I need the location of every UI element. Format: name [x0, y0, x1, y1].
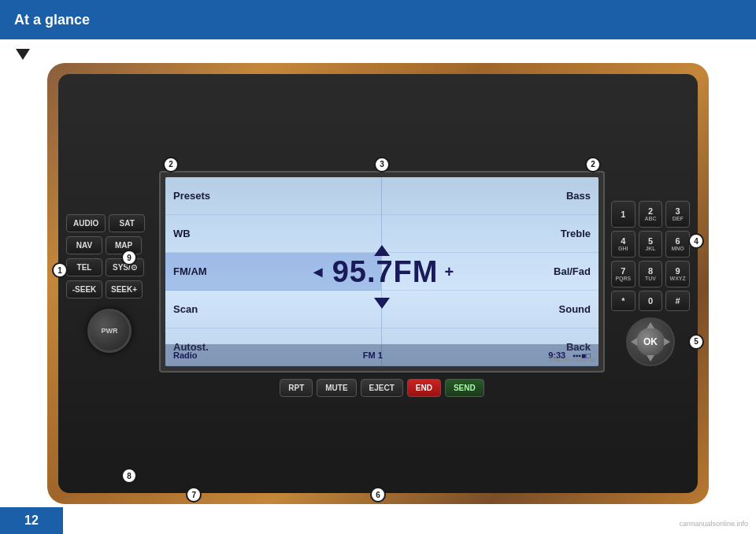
- eject-button[interactable]: EJECT: [361, 379, 403, 397]
- ref-label-1: 1: [52, 262, 68, 278]
- num-star[interactable]: *: [611, 291, 636, 311]
- ref-label-4: 4: [688, 233, 704, 249]
- ref-label-2b: 2: [585, 157, 601, 172]
- num-9[interactable]: 9WXYZ: [665, 261, 690, 287]
- btn-row-1: AUDIO SAT: [66, 214, 153, 232]
- freq-plus[interactable]: +: [444, 262, 454, 280]
- screen-wrapper: Presets WB FM/AM Scan Autost. Bass Trebl…: [159, 171, 605, 373]
- menu-scan[interactable]: Scan: [165, 291, 381, 328]
- tel-button[interactable]: TEL: [66, 258, 102, 276]
- ref-label-2a: 2: [163, 157, 179, 172]
- seek-forward-button[interactable]: SEEK+: [106, 280, 143, 299]
- freq-down-arrow[interactable]: [374, 298, 390, 309]
- device-container: 1 8 9 AUDIO SAT NAV MAP TEL: [47, 63, 709, 504]
- num-5[interactable]: 5JKL: [639, 231, 663, 258]
- page-header: At a glance: [0, 0, 756, 39]
- num-1[interactable]: 1: [611, 201, 636, 228]
- rpt-button[interactable]: RPT: [280, 379, 313, 397]
- chassis: 1 8 9 AUDIO SAT NAV MAP TEL: [58, 74, 698, 493]
- page-number: 12: [0, 507, 63, 534]
- sat-button[interactable]: SAT: [109, 214, 145, 232]
- power-knob[interactable]: PWR: [87, 309, 132, 353]
- page-content: 1 8 9 AUDIO SAT NAV MAP TEL: [0, 39, 756, 534]
- freq-overlay: ◄ 95.7FM +: [310, 254, 454, 288]
- watermark: carmanualsonline.info: [679, 520, 748, 528]
- send-button[interactable]: SEND: [445, 379, 484, 397]
- ok-button[interactable]: OK: [636, 328, 665, 356]
- btn-row-3: TEL SYS/⊙: [66, 258, 153, 276]
- menu-bass[interactable]: Bass: [382, 177, 598, 215]
- header-title: At a glance: [14, 12, 90, 28]
- num-3[interactable]: 3DEF: [665, 201, 690, 228]
- screen: Presets WB FM/AM Scan Autost. Bass Trebl…: [165, 177, 598, 366]
- ok-left-arrow[interactable]: [631, 338, 637, 346]
- ok-up-arrow[interactable]: [647, 322, 654, 328]
- ok-ring: OK: [626, 317, 675, 366]
- btn-row-2: NAV MAP: [66, 236, 153, 254]
- right-panel: 1 2ABC 3DEF 4GHI 5JKL 6MNO 7PQRS 8TUV 9W…: [611, 201, 690, 365]
- numpad: 1 2ABC 3DEF 4GHI 5JKL 6MNO 7PQRS 8TUV 9W…: [611, 201, 690, 310]
- seek-back-button[interactable]: -SEEK: [66, 280, 102, 299]
- num-2[interactable]: 2ABC: [639, 201, 663, 228]
- ref-label-6: 6: [370, 487, 386, 502]
- ok-right-arrow[interactable]: [664, 338, 670, 346]
- menu-wb[interactable]: WB: [165, 215, 381, 253]
- status-radio: Radio: [173, 350, 198, 360]
- image-reference: PRZ 86-7184-31: [549, 356, 595, 363]
- num-6[interactable]: 6MNO: [665, 231, 690, 258]
- left-panel: AUDIO SAT NAV MAP TEL SYS/⊙ -SEEK SEEK+: [66, 214, 153, 353]
- bottom-buttons: RPT MUTE EJECT END SEND: [280, 379, 484, 397]
- freq-minus[interactable]: ◄: [310, 262, 326, 280]
- ref-label-8: 8: [121, 468, 137, 484]
- num-hash[interactable]: #: [665, 291, 690, 311]
- frequency-display: 95.7FM: [332, 254, 439, 288]
- nav-button[interactable]: NAV: [66, 236, 102, 254]
- ref-label-5: 5: [688, 334, 704, 350]
- status-fm1: FM 1: [363, 350, 383, 360]
- menu-presets[interactable]: Presets: [165, 177, 381, 215]
- num-8[interactable]: 8TUV: [639, 261, 663, 287]
- center-area: 2 2 3 Presets WB FM/AM: [159, 171, 605, 397]
- freq-controls: ◄ 95.7FM +: [310, 254, 454, 288]
- num-4[interactable]: 4GHI: [611, 231, 636, 258]
- audio-button[interactable]: AUDIO: [66, 214, 106, 232]
- menu-treble[interactable]: Treble: [382, 215, 598, 253]
- ok-area: OK: [611, 317, 690, 366]
- btn-row-4: -SEEK SEEK+: [66, 280, 153, 299]
- menu-sound[interactable]: Sound: [382, 291, 598, 328]
- ref-label-7: 7: [186, 487, 202, 502]
- power-knob-area: PWR: [66, 309, 153, 353]
- triangle-marker: [16, 49, 30, 60]
- wood-frame: 1 8 9 AUDIO SAT NAV MAP TEL: [47, 63, 709, 504]
- num-0[interactable]: 0: [639, 291, 663, 311]
- end-button[interactable]: END: [407, 379, 441, 397]
- ref-label-3: 3: [374, 157, 390, 172]
- mute-button[interactable]: MUTE: [317, 379, 356, 397]
- ok-down-arrow[interactable]: [647, 355, 654, 362]
- screen-status: Radio FM 1 9:33 ▪▪▪■□: [165, 344, 598, 366]
- num-7[interactable]: 7PQRS: [611, 261, 636, 287]
